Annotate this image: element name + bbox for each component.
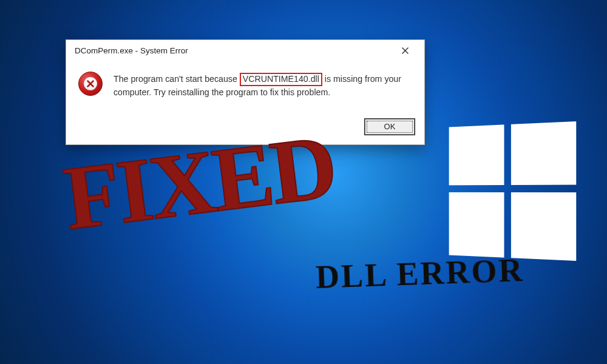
error-message: The program can't start because VCRUNTIM…	[114, 72, 412, 98]
windows-logo-icon	[449, 121, 577, 261]
dialog-title: DComPerm.exe - System Error	[75, 46, 188, 55]
dll-error-overlay: DLL ERROR	[315, 251, 525, 296]
close-icon	[402, 46, 409, 56]
ok-button[interactable]: OK	[365, 119, 415, 135]
error-icon	[78, 72, 103, 96]
dialog-titlebar: DComPerm.exe - System Error	[66, 40, 424, 61]
ok-button-label: OK	[384, 122, 396, 131]
close-button[interactable]	[392, 41, 418, 59]
error-message-before: The program can't start because	[114, 74, 240, 84]
dialog-content: The program can't start because VCRUNTIM…	[66, 61, 424, 112]
highlighted-dll-name: VCRUNTIME140.dll	[240, 73, 322, 86]
